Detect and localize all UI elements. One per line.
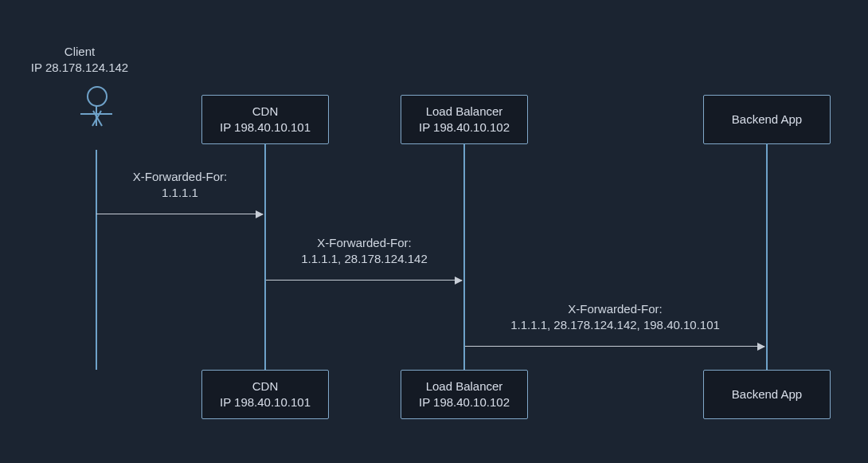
msg2-label: X-Forwarded-For: 1.1.1.1, 28.178.124.142 <box>265 235 463 268</box>
msg2-arrow <box>266 280 462 281</box>
backend-lifeline <box>766 143 768 370</box>
client-name: Client <box>16 44 143 60</box>
msg1-value: 1.1.1.1 <box>96 185 264 201</box>
client-ip: IP 28.178.124.142 <box>16 60 143 76</box>
cdn-ip-bottom: IP 198.40.10.101 <box>220 395 311 409</box>
lb-ip-bottom: IP 198.40.10.102 <box>419 395 510 409</box>
lb-name: Load Balancer <box>426 104 503 118</box>
msg2-header: X-Forwarded-For: <box>265 235 463 251</box>
backend-box-bottom: Backend App <box>703 370 831 419</box>
msg3-arrow <box>465 346 764 347</box>
msg3-value: 1.1.1.1, 28.178.124.142, 198.40.10.101 <box>464 317 766 333</box>
msg3-header: X-Forwarded-For: <box>464 301 766 317</box>
msg1-arrow <box>96 214 263 214</box>
stick-figure-icon <box>76 86 115 150</box>
cdn-box-top: CDN IP 198.40.10.101 <box>201 95 329 144</box>
msg1-header: X-Forwarded-For: <box>96 169 264 185</box>
cdn-name-bottom: CDN <box>252 379 279 393</box>
lb-lifeline <box>463 143 465 370</box>
lb-box-bottom: Load Balancer IP 198.40.10.102 <box>401 370 528 419</box>
client-label: Client IP 28.178.124.142 <box>16 44 143 77</box>
msg2-value: 1.1.1.1, 28.178.124.142 <box>265 251 463 267</box>
cdn-ip: IP 198.40.10.101 <box>220 120 311 134</box>
msg3-label: X-Forwarded-For: 1.1.1.1, 28.178.124.142… <box>464 301 766 334</box>
backend-box-top: Backend App <box>703 95 831 144</box>
backend-name-bottom: Backend App <box>732 386 802 402</box>
lb-ip: IP 198.40.10.102 <box>419 120 510 134</box>
backend-name: Backend App <box>732 112 802 128</box>
lb-box-top: Load Balancer IP 198.40.10.102 <box>401 95 528 144</box>
cdn-box-bottom: CDN IP 198.40.10.101 <box>201 370 329 419</box>
msg1-label: X-Forwarded-For: 1.1.1.1 <box>96 169 264 202</box>
sequence-diagram: Client IP 28.178.124.142 CDN IP 198.40.1… <box>0 0 868 463</box>
cdn-name: CDN <box>252 104 279 118</box>
lb-name-bottom: Load Balancer <box>426 379 503 393</box>
